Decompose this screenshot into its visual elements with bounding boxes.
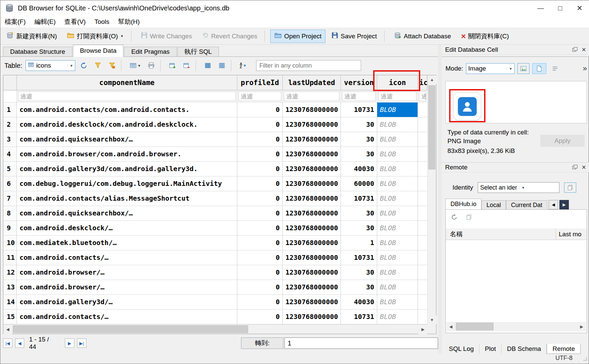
tab-database-structure[interactable]: Database Structure — [3, 47, 72, 56]
cell-lastUpdated[interactable]: 1230768000000 — [283, 295, 341, 310]
cell-icon-blob[interactable]: BLOB — [377, 310, 418, 324]
table-row[interactable]: 10 com.mediatek.bluetooth/… 0 1230768000… — [3, 236, 427, 250]
cell-version[interactable]: 30 — [341, 132, 377, 147]
tab-execute-sql[interactable]: 執行 SQL — [178, 47, 219, 56]
delete-record-button[interactable] — [181, 60, 192, 71]
close-panel-icon[interactable]: × — [582, 164, 586, 171]
remote-database-list[interactable] — [446, 240, 587, 321]
open-database-button[interactable]: 打開資料庫(O) ▼ — [63, 30, 127, 43]
cell-icon-blob[interactable]: BLOB — [377, 295, 418, 310]
cell-partial[interactable] — [418, 147, 427, 162]
prev-page-button[interactable]: ◀ — [15, 338, 25, 348]
tab-browse-data[interactable]: Browse Data — [73, 45, 124, 57]
cell-profileId[interactable]: 0 — [237, 117, 283, 132]
cell-lastUpdated[interactable]: 1230768000000 — [283, 132, 341, 147]
cell-componentName[interactable]: com.android.deskclock/com.android.deskcl… — [17, 117, 237, 132]
cell-icon-blob[interactable]: BLOB — [377, 132, 418, 147]
table-row[interactable]: 11 com.android.contacts/… 0 123076800000… — [3, 250, 427, 265]
table-row[interactable]: 15 com.android.contacts/… 0 123076800000… — [3, 310, 427, 324]
cell-lastUpdated[interactable]: 1230768000000 — [283, 191, 341, 206]
identity-settings-button[interactable] — [564, 183, 576, 193]
cell-version[interactable]: 30 — [341, 221, 377, 236]
cell-version[interactable]: 30 — [341, 265, 377, 280]
scroll-left-icon[interactable]: ◀ — [3, 325, 12, 334]
cell-partial[interactable] — [418, 206, 427, 221]
text-mode-button[interactable] — [549, 63, 561, 74]
apply-button[interactable]: Apply — [540, 135, 585, 147]
cell-partial[interactable] — [418, 250, 427, 265]
next-page-button[interactable]: ▶ — [65, 338, 74, 348]
vertical-scrollbar[interactable]: ▲ ▼ — [427, 75, 436, 324]
filter-input-profileId[interactable]: 過濾 — [238, 91, 281, 101]
cell-partial[interactable] — [418, 103, 427, 117]
cell-profileId[interactable]: 0 — [237, 295, 283, 310]
menu-edit[interactable]: 編輯(E) — [30, 16, 60, 28]
panel-splitter[interactable] — [438, 45, 442, 354]
table-row[interactable]: 9 com.android.deskclock/… 0 123076800000… — [3, 221, 427, 236]
cell-componentName[interactable]: com.mediatek.bluetooth/… — [17, 236, 237, 250]
scroll-up-icon[interactable]: ▲ — [428, 75, 436, 84]
cell-lastUpdated[interactable]: 1230768000000 — [283, 117, 341, 132]
close-panel-icon[interactable]: × — [582, 46, 586, 53]
tab-plot[interactable]: Plot — [479, 344, 502, 354]
cell-partial[interactable] — [418, 132, 427, 147]
cell-partial[interactable] — [418, 117, 427, 132]
identity-select[interactable]: Select an identity to conne ▼ — [478, 182, 559, 193]
cell-icon-blob[interactable]: BLOB — [377, 176, 418, 191]
filter-input-lastUpdated[interactable]: 過濾 — [284, 91, 340, 101]
table-row[interactable]: 14 com.android.gallery3d/… 0 12307680000… — [3, 295, 427, 310]
cell-lastUpdated[interactable]: 1230768000000 — [283, 280, 341, 295]
cell-profileId[interactable]: 0 — [237, 236, 283, 250]
cell-componentName[interactable]: com.android.contacts/… — [17, 310, 237, 324]
remote-column-name[interactable]: 名稱 — [446, 229, 556, 240]
row-number[interactable]: 3 — [3, 132, 17, 147]
cell-partial[interactable] — [418, 162, 427, 176]
cell-profileId[interactable]: 0 — [237, 162, 283, 176]
cell-profileId[interactable]: 0 — [237, 132, 283, 147]
columns-button[interactable] — [202, 60, 213, 71]
cell-profileId[interactable]: 0 — [237, 265, 283, 280]
row-number[interactable]: 12 — [3, 265, 17, 280]
columns-alt-button[interactable] — [216, 60, 228, 71]
table-row[interactable]: 13 com.android.browser/… 0 1230768000000… — [3, 280, 427, 295]
filter-save-button[interactable] — [106, 60, 118, 71]
row-number[interactable]: 15 — [3, 310, 17, 324]
print-button[interactable] — [146, 60, 157, 71]
cell-version[interactable]: 30 — [341, 117, 377, 132]
cell-componentName[interactable]: com.android.browser/… — [17, 265, 237, 280]
vertical-scroll-thumb[interactable] — [428, 85, 435, 169]
maximize-button[interactable]: □ — [550, 0, 570, 16]
row-number[interactable]: 5 — [3, 162, 17, 176]
cell-partial[interactable] — [418, 295, 427, 310]
menu-tools[interactable]: Tools — [90, 16, 114, 28]
cell-componentName[interactable]: com.android.deskclock/… — [17, 221, 237, 236]
scroll-left-icon[interactable]: ◀ — [446, 322, 455, 331]
tab-scroll-right-icon[interactable]: ▶ — [559, 200, 569, 209]
row-number[interactable]: 2 — [3, 117, 17, 132]
cell-partial[interactable] — [418, 221, 427, 236]
tab-remote[interactable]: Remote — [547, 344, 581, 354]
remote-horizontal-scrollbar[interactable]: ◀ ▶ — [446, 322, 586, 331]
close-button[interactable]: × — [570, 0, 589, 16]
cell-version[interactable]: 10731 — [341, 250, 377, 265]
save-project-button[interactable]: Save Project — [327, 30, 381, 43]
remote-scroll-thumb[interactable] — [456, 323, 494, 330]
new-database-button[interactable]: 新建資料庫(N) — [2, 30, 61, 43]
open-project-button[interactable]: Open Project — [270, 30, 325, 43]
cell-icon-blob[interactable]: BLOB — [377, 250, 418, 265]
table-row[interactable]: 1 com.android.contacts/com.android.conta… — [3, 103, 427, 117]
horizontal-scroll-thumb[interactable] — [13, 325, 248, 333]
first-page-button[interactable]: |◀ — [3, 338, 12, 348]
cell-lastUpdated[interactable]: 1230768000000 — [283, 250, 341, 265]
cell-profileId[interactable]: 0 — [237, 103, 283, 117]
column-header-icon[interactable]: icon — [377, 75, 418, 90]
menu-view[interactable]: 查看(V) — [60, 16, 90, 28]
scroll-down-icon[interactable]: ▼ — [428, 316, 436, 324]
cell-lastUpdated[interactable]: 1230768000000 — [283, 147, 341, 162]
cell-icon-blob[interactable]: BLOB — [377, 221, 418, 236]
cell-version[interactable]: 30 — [341, 280, 377, 295]
tab-dbhub[interactable]: DBHub.io — [445, 199, 481, 209]
menu-help[interactable]: 幫助(H) — [114, 16, 144, 28]
cell-icon-blob[interactable]: BLOB — [377, 236, 418, 250]
row-number[interactable]: 9 — [3, 221, 17, 236]
